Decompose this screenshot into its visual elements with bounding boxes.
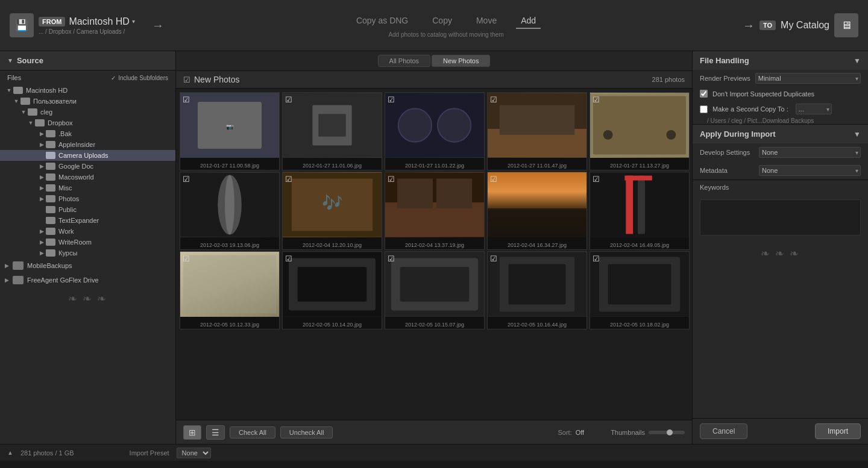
photo-cell[interactable]: ☑ 2012-02-05 10.14.20.jpg [282,251,382,329]
photo-checkbox[interactable]: ☑ [490,95,497,104]
photo-checkbox[interactable]: ☑ [593,254,600,263]
photo-cell[interactable]: ☑ 2012-02-04 13.37.19.jpg [385,172,485,250]
apply-during-import-header[interactable]: Apply During Import ▼ [693,125,868,143]
photo-checkbox[interactable]: ☑ [490,254,497,263]
tree-item-google-doc[interactable]: ▶ Google Doc [0,161,175,172]
tree-item-kursy[interactable]: ▶ Курсы [0,248,175,258]
photo-checkbox[interactable]: ☑ [388,175,395,184]
second-copy-select[interactable]: ... [796,104,832,114]
photo-checkbox[interactable]: ☑ [593,95,600,104]
photo-checkbox[interactable]: ☑ [285,254,292,263]
import-preset-select[interactable]: None [177,448,211,458]
photo-filename: 2012-02-04 13.37.19.jpg [385,242,484,248]
keywords-textarea[interactable] [700,199,861,236]
uncheck-all-button[interactable]: Uncheck All [280,426,333,438]
photo-cell[interactable]: ☑ 🎶 2012-02-04 12.20.10.jpg [282,172,382,250]
mode-add[interactable]: Add [516,13,541,29]
grid-view-button[interactable]: ⊞ [183,425,201,440]
thumbnail-size-slider[interactable] [649,431,685,434]
tree-item-cleg[interactable]: ▼ cleg [0,107,175,117]
photo-checkbox[interactable]: ☑ [285,95,292,104]
tri-icon: ▶ [37,163,46,169]
tree-item-dropbox[interactable]: ▼ Dropbox [0,117,175,128]
photo-checkbox[interactable]: ☑ [183,175,190,184]
photo-checkbox[interactable]: ☑ [183,95,190,104]
sort-value[interactable]: Off [576,429,584,436]
file-handling-header[interactable]: File Handling ▼ [693,51,868,70]
second-copy-select-wrap[interactable]: ... [796,104,832,114]
photo-checkbox[interactable]: ☑ [593,175,600,184]
tree-item-photos[interactable]: ▶ Photos [0,193,175,204]
photo-checkbox[interactable]: ☑ [183,254,190,263]
photo-cell[interactable]: ☑ 2012-01-27 11.01.06.jpg [282,92,382,170]
photo-cell[interactable]: ☑ 2012-01-27 11.01.22.jpg [385,92,485,170]
svg-rect-24 [397,179,433,208]
mode-copy[interactable]: Copy [427,13,457,29]
drive-item-freeagent[interactable]: ▶ FreeAgent GoFlex Drive [0,273,175,287]
photo-cell[interactable]: ☑ 2012-02-05 10.16.44.jpg [487,251,587,329]
tree-item-textexpander[interactable]: TextExpander [0,215,175,226]
photo-cell[interactable]: ☑ 2012-02-03 19.13.06.jpg [180,172,280,250]
slider-handle[interactable] [667,429,673,435]
photo-checkbox[interactable]: ☑ [285,175,292,184]
develop-settings-select-wrap[interactable]: None Landscape Portrait Vivid [759,147,861,158]
tree-item-work[interactable]: ▶ Work [0,226,175,237]
folder-icon [46,206,55,213]
photo-thumbnail [180,252,279,317]
photo-cell[interactable]: ☑ 📷 2012-01-27 11.00.58.jpg [180,92,280,170]
make-second-copy-checkbox[interactable] [700,105,708,113]
check-icon: ✓ [111,75,116,81]
mode-move[interactable]: Move [471,13,502,29]
metadata-select-wrap[interactable]: None [759,165,861,176]
tree-item-macintosh-hd[interactable]: ▼ Macintosh HD [0,85,175,96]
dont-import-duplicates-row[interactable]: Don't Import Suspected Duplicates [693,87,868,101]
photo-checkbox[interactable]: ☑ [490,175,497,184]
tree-item-bak[interactable]: ▶ .Bak [0,128,175,139]
render-previews-select[interactable]: Minimal Standard 1:1 Embedded & Sidecar [755,73,861,84]
tab-all-photos[interactable]: All Photos [378,55,431,67]
drive-item-mobile-backups[interactable]: ▶ MobileBackups [0,258,175,273]
source-name[interactable]: Macintosh HD ▾ [69,16,134,27]
photo-checkbox[interactable]: ☑ [388,95,395,104]
make-second-copy-row[interactable]: Make a Second Copy To : ... [693,101,868,117]
render-previews-select-wrap[interactable]: Minimal Standard 1:1 Embedded & Sidecar [755,73,861,84]
photo-cell[interactable]: ☑ 2012-02-05 10.12.33.jpg [180,251,280,329]
cancel-button[interactable]: Cancel [700,423,747,439]
tree-item-macosworld[interactable]: ▶ Macosworld [0,172,175,183]
photo-cell[interactable]: ☑ 2012-02-05 10.15.07.jpg [385,251,485,329]
import-button[interactable]: Import [815,423,861,439]
source-section-header[interactable]: ▼ Source [0,51,175,70]
photo-thumbnail [488,93,587,158]
dont-import-duplicates-checkbox[interactable] [700,90,708,98]
folder-icon [46,130,55,137]
tree-item-misc[interactable]: ▶ Misc [0,183,175,193]
list-view-button[interactable]: ☰ [206,425,225,440]
svg-rect-31 [624,176,652,181]
from-badge: FROM [39,17,65,27]
photo-cell[interactable]: ☑ 2012-01-27 11.01.47.jpg [487,92,587,170]
new-photos-checkbox-row[interactable]: ☑ New Photos [183,75,239,84]
photo-cell[interactable]: ☑ 2012-02-05 10.18.02.jpg [590,251,690,329]
metadata-select[interactable]: None [759,165,861,176]
mode-copy-dng[interactable]: Copy as DNG [351,13,413,29]
photo-cell[interactable]: ☑ 2012-02-04 16.34.27.jpg [487,172,587,250]
tree-label: Macintosh HD [26,87,68,94]
check-all-button[interactable]: Check All [230,426,275,438]
folder-icon [46,184,55,192]
tree-item-appleinsider[interactable]: ▶ AppleInsider [0,139,175,150]
photo-filename: 2012-02-03 19.13.06.jpg [180,242,279,248]
make-second-copy-label: Make a Second Copy To : [712,105,788,113]
photo-cell[interactable]: ☑ 2012-02-04 16.49.05.jpg [590,172,690,250]
tree-item-camera-uploads[interactable]: Camera Uploads [0,150,175,161]
tree-item-polzovateli[interactable]: ▼ Пользователи [0,96,175,107]
develop-settings-select[interactable]: None Landscape Portrait Vivid [759,147,861,158]
svg-rect-30 [638,176,645,234]
photo-cell[interactable]: ☑ 2012-01-27 11.13.27.jpg [590,92,690,170]
tab-new-photos[interactable]: New Photos [432,55,490,67]
include-subfolders-option[interactable]: ✓ Include Subfolders [111,75,168,81]
tree-item-writeroom[interactable]: ▶ WriteRoom [0,237,175,248]
source-dropdown-arrow[interactable]: ▾ [132,18,135,25]
tree-item-public[interactable]: Public [0,204,175,215]
photo-checkbox[interactable]: ☑ [388,254,395,263]
tree-label: Misc [58,184,72,192]
